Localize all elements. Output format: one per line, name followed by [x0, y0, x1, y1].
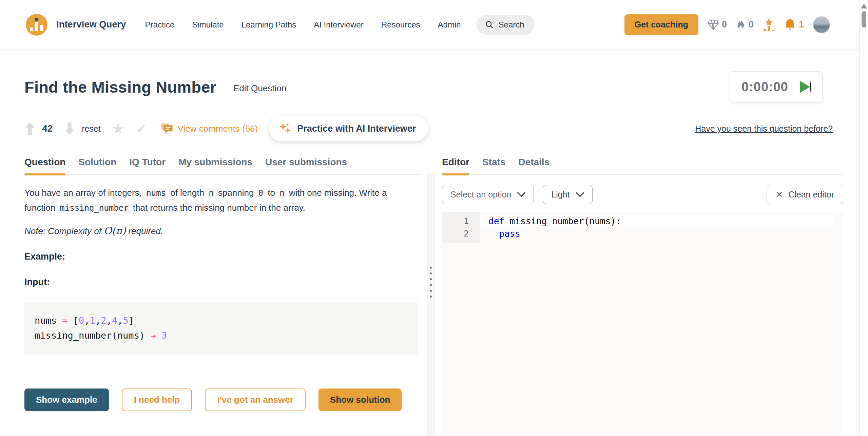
- big-o-formula: O(n): [104, 225, 126, 236]
- page-title: Find the Missing Number: [24, 78, 216, 96]
- rank-star-icon: [763, 18, 775, 31]
- diamond-icon: [708, 20, 719, 30]
- favorite-star-icon[interactable]: ★: [112, 121, 125, 136]
- nav-item-simulate[interactable]: Simulate: [192, 20, 224, 30]
- action-buttons-row: Show example I need help I've got an ans…: [24, 388, 420, 411]
- question-body: You have an array of integers, nums of l…: [24, 186, 414, 215]
- upvote-button[interactable]: [24, 122, 35, 135]
- nav-item-ai-interviewer[interactable]: AI Interviewer: [314, 20, 364, 30]
- nav-item-practice[interactable]: Practice: [145, 20, 175, 30]
- main-nav: Practice Simulate Learning Paths AI Inte…: [145, 20, 461, 30]
- inline-code-nums: nums: [144, 188, 168, 198]
- show-solution-button[interactable]: Show solution: [319, 388, 402, 411]
- top-navbar: Interview Query Practice Simulate Learni…: [0, 0, 868, 50]
- page: Interview Query Practice Simulate Learni…: [0, 0, 868, 436]
- split-panels: Question Solution IQ Tutor My submission…: [0, 157, 868, 436]
- editor-controls-row: Select an option Light ✕ Clean editor: [442, 185, 843, 204]
- line-number: 1: [442, 216, 480, 226]
- streak-counter[interactable]: 0: [736, 19, 754, 30]
- got-answer-button[interactable]: I've got an answer: [205, 388, 305, 411]
- question-tabs: Question Solution IQ Tutor My submission…: [24, 157, 420, 175]
- chevron-down-icon: [576, 192, 584, 197]
- reset-vote-link[interactable]: reset: [82, 124, 101, 134]
- comments-icon: [161, 123, 173, 134]
- flame-icon: [736, 19, 746, 30]
- timer-card: 0:00:00: [730, 71, 823, 102]
- input-heading: Input:: [24, 277, 420, 287]
- inline-code-zero: 0: [256, 188, 265, 198]
- drag-dots-icon: [430, 267, 432, 298]
- diamond-count: 0: [722, 19, 727, 30]
- tab-iq-tutor[interactable]: IQ Tutor: [129, 157, 166, 174]
- question-panel: Question Solution IQ Tutor My submission…: [0, 157, 427, 436]
- downvote-arrow-icon: [64, 122, 75, 135]
- question-toolbar: 42 reset ★ ✓ View comments (66): [0, 116, 868, 141]
- chevron-down-icon: [517, 192, 525, 197]
- play-timer-button[interactable]: [800, 81, 811, 93]
- example-heading: Example:: [24, 251, 420, 262]
- example-code-line-2: missing_number(nums) → 3: [35, 328, 408, 343]
- tab-solution[interactable]: Solution: [78, 157, 116, 174]
- edit-question-link[interactable]: Edit Question: [233, 83, 286, 94]
- clean-editor-label: Clean editor: [788, 190, 834, 200]
- line-number: 2: [442, 229, 480, 239]
- editor-content[interactable]: 1 def missing_number(nums): 2 pass: [442, 212, 843, 240]
- close-icon: ✕: [776, 190, 783, 199]
- inline-code-missing-number: missing_number: [58, 203, 130, 213]
- nav-item-learning-paths[interactable]: Learning Paths: [242, 20, 296, 30]
- example-code-block: nums = [0,1,2,4,5] missing_number(nums) …: [24, 302, 418, 355]
- inline-code-n2: n: [277, 188, 286, 198]
- search-button[interactable]: Search: [477, 15, 535, 35]
- timer-value: 0:00:00: [741, 80, 788, 94]
- diamond-counter[interactable]: 0: [708, 19, 727, 30]
- interview-query-logo-icon: [26, 14, 47, 36]
- tab-details[interactable]: Details: [518, 157, 549, 174]
- scrollbar-thumb[interactable]: [862, 11, 866, 27]
- header-right-cluster: Get coaching 0 0: [624, 14, 830, 35]
- leaderboard-link[interactable]: [763, 18, 775, 31]
- question-header: Find the Missing Number Edit Question 0:…: [0, 71, 868, 102]
- need-help-button[interactable]: I need help: [122, 388, 192, 411]
- language-select-value: Select an option: [450, 190, 511, 200]
- page-scrollbar[interactable]: [859, 0, 868, 436]
- panel-resize-handle[interactable]: [427, 173, 435, 436]
- view-comments-link[interactable]: View comments (66): [161, 123, 258, 134]
- nav-item-admin[interactable]: Admin: [438, 20, 461, 30]
- user-avatar[interactable]: [813, 16, 830, 33]
- mark-done-check-icon[interactable]: ✓: [136, 122, 147, 135]
- brand-name: Interview Query: [56, 19, 126, 30]
- tab-stats[interactable]: Stats: [482, 157, 505, 174]
- editor-line: 2 pass: [442, 227, 843, 240]
- upvote-arrow-icon: [24, 122, 35, 135]
- get-coaching-button[interactable]: Get coaching: [624, 14, 698, 35]
- show-example-button[interactable]: Show example: [24, 388, 109, 411]
- code-text: def missing_number(nums):: [480, 216, 621, 226]
- notification-count: 1: [799, 19, 804, 30]
- seen-before-link[interactable]: Have you seen this question before?: [695, 124, 833, 134]
- tab-my-submissions[interactable]: My submissions: [178, 157, 252, 174]
- view-comments-label: View comments (66): [178, 124, 258, 134]
- practice-ai-interviewer-button[interactable]: Practice with AI Interviewer: [269, 116, 428, 141]
- search-label: Search: [499, 20, 524, 30]
- clean-editor-button[interactable]: ✕ Clean editor: [767, 185, 843, 204]
- notifications-button[interactable]: 1: [784, 19, 804, 31]
- nav-item-resources[interactable]: Resources: [381, 20, 420, 30]
- complexity-note: Note: Complexity of O(n) required.: [24, 225, 420, 236]
- editor-panel: Editor Stats Details Select an option Li…: [435, 157, 868, 436]
- scrollbar-up-arrow-icon[interactable]: [861, 4, 867, 8]
- theme-select[interactable]: Light: [543, 185, 592, 204]
- inline-code-n: n: [207, 188, 215, 198]
- theme-select-value: Light: [551, 190, 570, 200]
- sparkle-icon: [278, 122, 292, 135]
- bell-icon: [784, 19, 796, 31]
- practice-ai-label: Practice with AI Interviewer: [297, 124, 416, 134]
- downvote-button[interactable]: [64, 122, 75, 135]
- streak-count: 0: [749, 19, 754, 30]
- tab-editor[interactable]: Editor: [442, 157, 469, 174]
- code-editor[interactable]: 1 def missing_number(nums): 2 pass: [442, 212, 843, 436]
- language-select[interactable]: Select an option: [442, 185, 534, 204]
- tab-question[interactable]: Question: [24, 157, 65, 174]
- tab-user-submissions[interactable]: User submissions: [265, 157, 347, 174]
- brand-logo[interactable]: Interview Query: [26, 14, 126, 36]
- search-icon: [485, 20, 494, 29]
